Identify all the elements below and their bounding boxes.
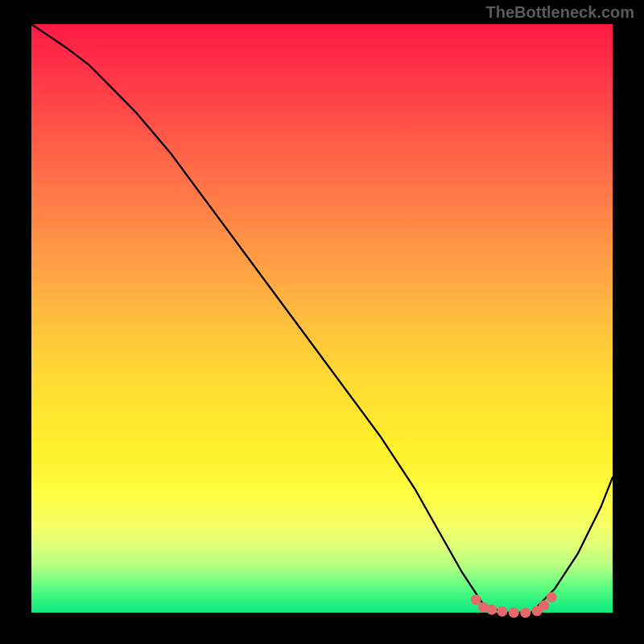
marker-dot — [539, 601, 549, 611]
marker-dot — [497, 606, 507, 617]
chart-overlay — [0, 0, 644, 644]
marker-dot — [486, 605, 497, 615]
marker-dot — [520, 608, 530, 618]
curve-line — [31, 24, 613, 613]
marker-dot — [547, 592, 557, 603]
marker-dot — [509, 608, 519, 618]
marker-dot — [471, 594, 481, 605]
